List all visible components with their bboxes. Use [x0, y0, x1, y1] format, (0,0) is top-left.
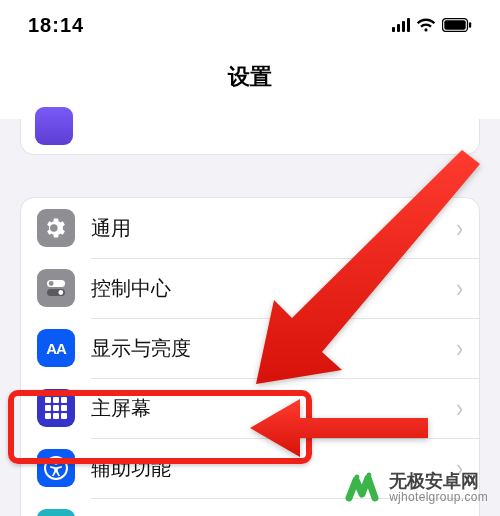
svg-point-21	[367, 473, 372, 478]
watermark: 无极安卓网 wjhotelgroup.com	[345, 470, 488, 506]
watermark-logo-icon	[345, 470, 381, 506]
row-label: 主屏幕	[91, 395, 456, 422]
chevron-right-icon: ›	[456, 213, 463, 243]
page-title: 设置	[0, 62, 500, 92]
row-general[interactable]: 通用 ›	[21, 198, 479, 258]
settings-screen: 18:14 设置 通用 › 控制中心 ›	[0, 0, 500, 516]
status-indicators	[392, 18, 472, 33]
watermark-title: 无极安卓网	[389, 471, 488, 492]
toggles-icon	[37, 269, 75, 307]
wifi-icon	[416, 18, 436, 33]
row-label: 控制中心	[91, 275, 456, 302]
flower-icon	[37, 509, 75, 516]
gear-icon	[37, 209, 75, 247]
chevron-right-icon: ›	[456, 333, 463, 363]
svg-point-4	[49, 281, 54, 286]
svg-point-6	[58, 290, 63, 295]
previous-row-icon	[35, 107, 73, 145]
text-size-icon: AA	[37, 329, 75, 367]
svg-rect-1	[444, 20, 465, 29]
chevron-right-icon: ›	[456, 393, 463, 423]
chevron-right-icon: ›	[456, 273, 463, 303]
row-label: 显示与亮度	[91, 335, 456, 362]
row-control-center[interactable]: 控制中心 ›	[21, 258, 479, 318]
svg-point-20	[355, 475, 360, 480]
accessibility-icon	[37, 449, 75, 487]
settings-group: 通用 › 控制中心 › AA 显示与亮度 › 主屏幕 › 辅助功能	[20, 197, 480, 516]
svg-rect-2	[469, 22, 471, 28]
row-home-screen[interactable]: 主屏幕 ›	[21, 378, 479, 438]
row-display-brightness[interactable]: AA 显示与亮度 ›	[21, 318, 479, 378]
watermark-url: wjhotelgroup.com	[389, 491, 488, 505]
cellular-signal-icon	[392, 18, 410, 32]
home-grid-icon	[37, 389, 75, 427]
status-bar: 18:14	[0, 0, 500, 48]
header: 设置	[0, 48, 500, 119]
row-label: 通用	[91, 215, 456, 242]
battery-icon	[442, 18, 472, 32]
previous-group-partial	[20, 119, 480, 155]
svg-point-8	[54, 461, 58, 465]
status-time: 18:14	[28, 14, 84, 37]
